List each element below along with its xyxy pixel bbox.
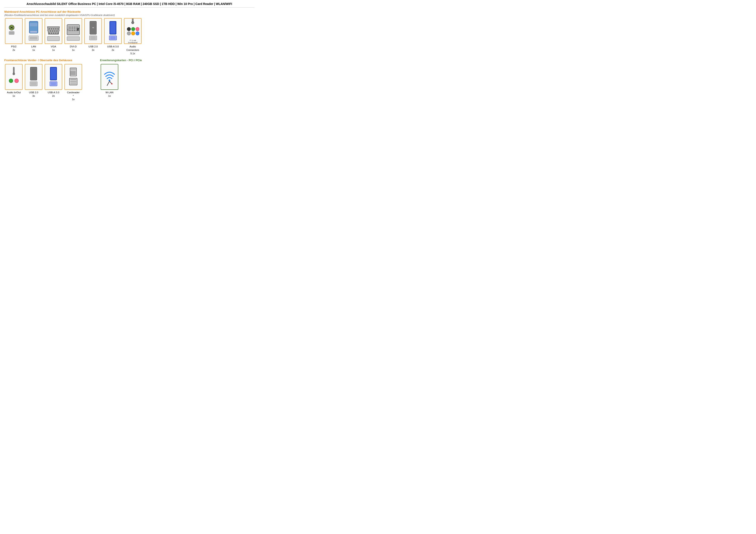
connector-box-usb2: ⌁ (84, 18, 102, 44)
svg-point-39 (77, 27, 78, 28)
svg-rect-55 (67, 37, 80, 40)
connector-usb3: USB-A 3.02x (103, 18, 122, 55)
svg-point-2 (10, 26, 11, 27)
svg-point-40 (69, 28, 69, 29)
svg-point-100 (111, 83, 113, 85)
connector-label-lan: LAN1x (31, 45, 36, 52)
page-title: Anschlussschaubild SILENT Office Busines… (4, 2, 254, 8)
front-title: Frontanschlüsse Vorder- / Oberseite des … (4, 59, 83, 62)
svg-point-17 (51, 28, 52, 29)
connector-label-vga: VGA1x (51, 45, 56, 52)
connector-usb3-front: USB-A 3.02x (44, 64, 63, 101)
lan-icon (27, 20, 40, 42)
svg-point-66 (131, 21, 134, 24)
connector-label-usb2-front: USB 2.03x (29, 91, 39, 98)
svg-point-29 (58, 33, 58, 34)
svg-point-37 (74, 27, 75, 28)
front-connectors-row: Audio In/Out1x USB 2.03x (4, 64, 83, 101)
dvi-icon (66, 20, 80, 42)
svg-rect-91 (75, 71, 76, 75)
svg-point-53 (67, 29, 68, 30)
svg-point-22 (52, 31, 53, 32)
connector-label-audio: AudioConnectors5.1x (126, 45, 139, 55)
connector-label-cardreader: Cardreader*1x (67, 91, 80, 101)
svg-point-18 (53, 28, 54, 29)
svg-point-47 (70, 30, 71, 31)
svg-point-19 (55, 28, 56, 29)
mainboard-subtitle: (Monitor-/Grafikkartenanschlüsse sind be… (4, 14, 254, 16)
connector-lan: LAN1x (24, 18, 43, 55)
usb2-plug-svg: ⌁ (88, 20, 98, 42)
wlan-icon (102, 66, 117, 88)
svg-point-68 (131, 27, 135, 31)
lan-plug-svg (27, 20, 40, 42)
svg-rect-14 (30, 37, 38, 39)
connector-usb2-front: USB 2.03x (24, 64, 43, 101)
svg-point-75 (9, 79, 13, 83)
connector-label-usb3: USB-A 3.02x (107, 45, 119, 52)
svg-point-31 (58, 30, 60, 31)
svg-point-23 (54, 31, 55, 32)
svg-point-36 (72, 27, 73, 28)
connector-audio: *7.1 mitFrontpanelAnschluss AudioConnect… (123, 18, 142, 55)
svg-point-25 (49, 33, 50, 34)
ps2-icon (7, 25, 20, 38)
svg-point-4 (10, 28, 11, 29)
cardreader-icon (68, 66, 79, 88)
svg-point-74 (13, 73, 15, 75)
svg-rect-88 (71, 71, 72, 75)
connector-box-usb3 (104, 18, 122, 44)
ps2-plug-svg (7, 25, 20, 38)
connector-vga: VGA1x (44, 18, 63, 55)
svg-rect-87 (70, 71, 71, 75)
cardreader-svg (68, 66, 79, 88)
svg-point-26 (51, 33, 52, 34)
connector-label-wlan: W-LAN1x (106, 91, 114, 98)
svg-rect-96 (70, 83, 76, 84)
svg-point-24 (56, 31, 57, 32)
usb3-front-icon (48, 66, 59, 88)
svg-point-72 (136, 32, 139, 35)
svg-point-69 (136, 27, 139, 31)
svg-point-70 (127, 32, 131, 35)
svg-rect-86 (70, 68, 76, 70)
usb3-plug-svg (108, 20, 118, 42)
svg-rect-94 (70, 79, 76, 80)
wlan-svg (102, 66, 117, 88)
connector-ps2: PS/22x (4, 18, 23, 55)
connector-box-vga (44, 18, 62, 44)
usb2-icon: ⌁ (88, 20, 98, 42)
svg-rect-95 (70, 81, 76, 83)
svg-point-1 (11, 27, 13, 28)
connector-wlan: W-LAN1x (100, 64, 119, 98)
connector-box-lan (25, 18, 42, 44)
svg-rect-90 (74, 71, 74, 75)
svg-point-28 (55, 33, 56, 34)
connector-label-usb2: USB 2.02x (89, 45, 98, 52)
svg-rect-82 (51, 68, 56, 80)
front-section: Frontanschlüsse Vorder- / Oberseite des … (4, 59, 83, 102)
svg-point-5 (13, 28, 14, 29)
erweiterung-connectors-row: W-LAN1x (100, 64, 142, 98)
svg-point-27 (53, 33, 54, 34)
svg-point-67 (127, 27, 131, 31)
svg-rect-62 (110, 22, 116, 34)
mainboard-title: Mainboard-Anschlüsse PC-Anschlüsse auf d… (4, 10, 254, 13)
svg-point-41 (70, 28, 71, 29)
svg-rect-7 (10, 32, 14, 34)
svg-point-44 (76, 28, 76, 29)
audio-plug-svg (126, 18, 139, 38)
svg-rect-60 (90, 37, 96, 39)
svg-text:⌁: ⌁ (92, 25, 94, 30)
dvi-plug-svg (66, 20, 80, 42)
svg-point-34 (69, 27, 69, 28)
usb3-front-svg (48, 66, 59, 88)
connector-dvid: DVI-D1x (64, 18, 83, 55)
erweiterung-section: Erweiterungskarten - PCI / PCIe (100, 59, 142, 102)
svg-rect-78 (31, 68, 36, 80)
connector-box-cardreader (65, 64, 82, 90)
svg-rect-9 (30, 31, 37, 33)
svg-rect-32 (47, 37, 60, 41)
usb2-front-svg (28, 66, 39, 88)
connector-box-ps2 (5, 18, 23, 44)
